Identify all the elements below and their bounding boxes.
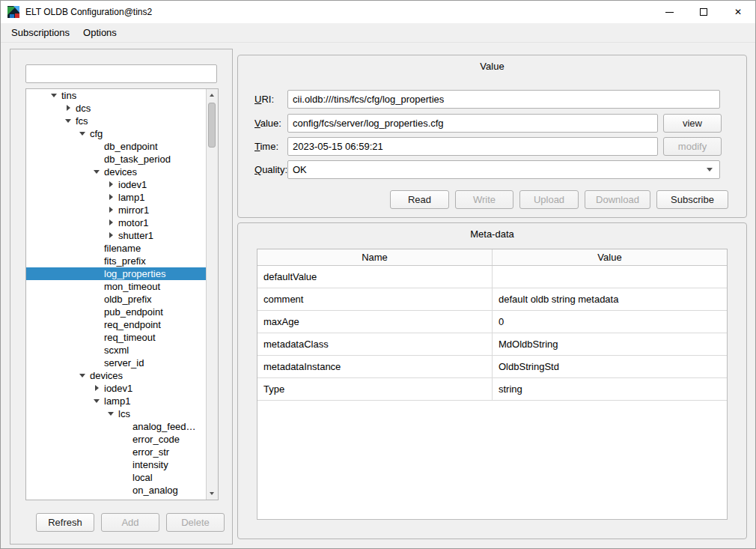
tree-item-db_endpoint[interactable]: db_endpoint bbox=[26, 140, 206, 153]
scrollbar-thumb[interactable] bbox=[208, 103, 216, 148]
expander-collapsed-icon[interactable] bbox=[91, 382, 104, 395]
tree-item-analog_feed[interactable]: analog_feed… bbox=[26, 420, 206, 433]
tree-item-motor1[interactable]: motor1 bbox=[26, 216, 206, 229]
expander-collapsed-icon[interactable] bbox=[105, 178, 118, 191]
tree-item-mon_timeout[interactable]: mon_timeout bbox=[26, 280, 206, 293]
view-button[interactable]: view bbox=[663, 114, 722, 133]
expander-expanded-icon[interactable] bbox=[48, 89, 61, 102]
column-header-value[interactable]: Value bbox=[493, 249, 727, 265]
expander-spacer bbox=[91, 255, 104, 267]
expander-expanded-icon[interactable] bbox=[105, 407, 118, 420]
tree-item-label: iodev1 bbox=[104, 382, 132, 395]
tree-item-on_analog[interactable]: on_analog bbox=[26, 484, 206, 497]
expander-expanded-icon[interactable] bbox=[91, 166, 104, 178]
tree-item-label: fits_prefix bbox=[104, 255, 146, 267]
close-button[interactable]: ✕ bbox=[721, 1, 755, 23]
value-group: Value URI: Value: view Time: modify Qual… bbox=[237, 55, 747, 218]
tree-item-mirror1[interactable]: mirror1 bbox=[26, 204, 206, 216]
tree-item-fits_prefix[interactable]: fits_prefix bbox=[26, 255, 206, 267]
expander-collapsed-icon[interactable] bbox=[105, 204, 118, 216]
minimize-button[interactable] bbox=[652, 1, 686, 23]
filter-input[interactable] bbox=[25, 64, 217, 83]
tree-item-iodev1[interactable]: iodev1 bbox=[26, 178, 206, 191]
cell-value: default oldb string metadata bbox=[493, 288, 727, 310]
tree-item-label: db_task_period bbox=[104, 153, 171, 166]
expander-spacer bbox=[91, 153, 104, 166]
expander-spacer bbox=[119, 446, 132, 458]
add-button[interactable]: Add bbox=[101, 513, 159, 532]
expander-expanded-icon[interactable] bbox=[76, 369, 90, 382]
value-row: Value: view bbox=[238, 114, 746, 133]
table-row[interactable]: maxAge0 bbox=[257, 311, 727, 333]
read-button[interactable]: Read bbox=[390, 190, 449, 209]
tree-item-lcs[interactable]: lcs bbox=[26, 407, 206, 420]
tree-item-server_id[interactable]: server_id bbox=[26, 357, 206, 369]
table-row[interactable]: commentdefault oldb string metadata bbox=[257, 288, 727, 311]
tree-item-tins[interactable]: tins bbox=[26, 89, 206, 102]
cell-value bbox=[493, 266, 727, 288]
expander-collapsed-icon[interactable] bbox=[105, 229, 118, 242]
window-title: ELT OLDB Configuration@tins2 bbox=[25, 7, 152, 17]
upload-button[interactable]: Upload bbox=[519, 190, 579, 209]
tree-item-filename[interactable]: filename bbox=[26, 242, 206, 255]
tree-item-local[interactable]: local bbox=[26, 471, 206, 484]
modify-button[interactable]: modify bbox=[663, 137, 722, 156]
expander-expanded-icon[interactable] bbox=[91, 395, 104, 407]
delete-button[interactable]: Delete bbox=[166, 513, 225, 532]
tree-item-iodev1[interactable]: iodev1 bbox=[26, 382, 206, 395]
expander-collapsed-icon[interactable] bbox=[105, 216, 118, 229]
close-icon: ✕ bbox=[734, 7, 742, 16]
tree-item-shutter1[interactable]: shutter1 bbox=[26, 229, 206, 242]
scrollbar-up-icon[interactable] bbox=[207, 89, 218, 101]
metadata-table: Name Value defaultValuecommentdefault ol… bbox=[257, 249, 728, 520]
table-row[interactable]: metadataClassMdOldbString bbox=[257, 333, 727, 356]
expander-spacer bbox=[91, 293, 104, 306]
tree-item-devices[interactable]: devices bbox=[26, 369, 206, 382]
tree-item-intensity[interactable]: intensity bbox=[26, 458, 206, 471]
tree-item-label: req_timeout bbox=[104, 331, 156, 344]
expander-spacer bbox=[91, 140, 104, 153]
expander-expanded-icon[interactable] bbox=[62, 115, 76, 127]
tree-item-label: analog_feed… bbox=[132, 420, 196, 433]
tree-item-db_task_period[interactable]: db_task_period bbox=[26, 153, 206, 166]
subscribe-button[interactable]: Subscribe bbox=[656, 190, 728, 209]
tree-item-oldb_prefix[interactable]: oldb_prefix bbox=[26, 293, 206, 306]
tree-item-pub_endpoint[interactable]: pub_endpoint bbox=[26, 306, 206, 318]
quality-select[interactable]: OK bbox=[287, 160, 720, 179]
scrollbar-down-icon[interactable] bbox=[207, 488, 218, 500]
column-header-name[interactable]: Name bbox=[257, 249, 493, 265]
value-field[interactable] bbox=[287, 114, 658, 133]
download-button[interactable]: Download bbox=[585, 190, 650, 209]
menu-options[interactable]: Options bbox=[76, 23, 124, 42]
tree-item-error_code[interactable]: error_code bbox=[26, 433, 206, 446]
tree-item-req_endpoint[interactable]: req_endpoint bbox=[26, 318, 206, 331]
expander-collapsed-icon[interactable] bbox=[105, 191, 118, 204]
refresh-button[interactable]: Refresh bbox=[36, 513, 94, 532]
uri-field[interactable] bbox=[287, 90, 720, 109]
tree-scrollbar[interactable] bbox=[206, 89, 218, 500]
tree-item-req_timeout[interactable]: req_timeout bbox=[26, 331, 206, 344]
menubar: SubscriptionsOptions bbox=[1, 23, 755, 43]
time-row: Time: modify bbox=[238, 137, 746, 156]
tree-item-on_digital[interactable]: on_digital bbox=[26, 497, 206, 500]
tree-item-lamp1[interactable]: lamp1 bbox=[26, 395, 206, 407]
tree-item-log_properties[interactable]: log_properties bbox=[26, 267, 206, 280]
time-field[interactable] bbox=[287, 137, 658, 156]
tree-item-lamp1[interactable]: lamp1 bbox=[26, 191, 206, 204]
maximize-button[interactable] bbox=[686, 1, 721, 23]
tree-item-scxml[interactable]: scxml bbox=[26, 344, 206, 357]
table-row[interactable]: Typestring bbox=[257, 378, 727, 401]
table-row[interactable]: defaultValue bbox=[257, 266, 727, 288]
table-row[interactable]: metadataInstanceOldbStringStd bbox=[257, 356, 727, 378]
write-button[interactable]: Write bbox=[455, 190, 513, 209]
tree-item-label: cfg bbox=[90, 127, 103, 140]
tree-item-dcs[interactable]: dcs bbox=[26, 102, 206, 115]
tree-item-fcs[interactable]: fcs bbox=[26, 115, 206, 127]
expander-collapsed-icon[interactable] bbox=[62, 102, 76, 115]
tree-item-error_str[interactable]: error_str bbox=[26, 446, 206, 458]
menu-subscriptions[interactable]: Subscriptions bbox=[4, 23, 76, 42]
expander-expanded-icon[interactable] bbox=[76, 127, 90, 140]
tree-item-label: lamp1 bbox=[104, 395, 130, 407]
tree-item-cfg[interactable]: cfg bbox=[26, 127, 206, 140]
tree-item-devices[interactable]: devices bbox=[26, 166, 206, 178]
